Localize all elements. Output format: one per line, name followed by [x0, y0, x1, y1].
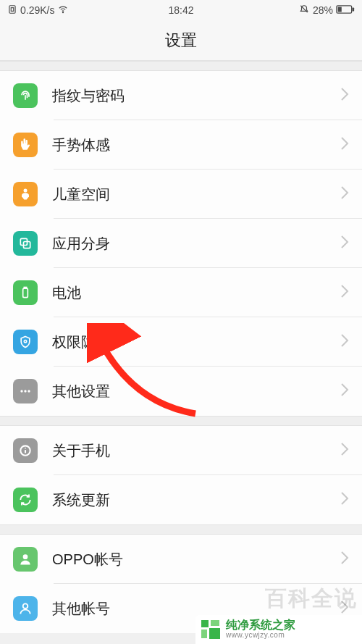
row-label: 指纹与密码	[52, 86, 340, 106]
row-label: 电池	[52, 283, 340, 303]
fingerprint-icon	[13, 83, 38, 108]
svg-point-19	[23, 554, 28, 559]
chevron-right-icon	[340, 235, 349, 252]
svg-point-12	[24, 340, 26, 343]
svg-rect-24	[209, 628, 220, 639]
row-label: 系统更新	[52, 490, 340, 510]
row-label: 应用分身	[52, 234, 340, 254]
more-icon	[13, 379, 38, 403]
row-gesture[interactable]: 手势体感	[0, 120, 362, 170]
chevron-right-icon	[340, 185, 349, 203]
section-gap	[0, 61, 362, 71]
row-label: 手势体感	[52, 135, 340, 155]
accounts-icon	[13, 596, 38, 621]
battery-row-icon	[13, 280, 38, 305]
svg-rect-21	[201, 620, 209, 627]
watermark-logo-icon	[200, 619, 222, 640]
settings-group-1: 指纹与密码 手势体感 儿童空间 应用分身 电池	[0, 71, 362, 416]
chevron-right-icon	[340, 333, 349, 351]
row-system-update[interactable]: 系统更新	[0, 475, 362, 524]
page-title-label: 设置	[165, 30, 197, 51]
chevron-right-icon	[340, 551, 349, 568]
chevron-right-icon	[340, 136, 349, 154]
svg-rect-0	[9, 5, 15, 13]
shield-icon	[13, 330, 38, 354]
child-icon	[13, 182, 38, 206]
row-battery[interactable]: 电池	[0, 268, 362, 317]
row-about-phone[interactable]: 关于手机	[0, 426, 362, 475]
row-label: OPPO帐号	[52, 550, 340, 569]
svg-rect-1	[11, 7, 14, 11]
svg-rect-6	[353, 7, 355, 11]
update-icon	[13, 488, 38, 512]
hand-icon	[13, 133, 38, 157]
status-right: 28%	[298, 4, 355, 17]
wifi-icon	[57, 4, 69, 17]
watermark-url: www.ycwjzy.com	[226, 632, 295, 640]
account-icon	[13, 547, 38, 572]
row-other-settings[interactable]: 其他设置	[0, 367, 362, 416]
watermark-text: 百科全说	[265, 584, 358, 614]
battery-percent: 28%	[313, 4, 333, 16]
info-icon	[13, 438, 38, 463]
svg-rect-22	[211, 620, 219, 626]
row-label: 儿童空间	[52, 185, 340, 204]
section-gap	[0, 524, 362, 535]
chevron-right-icon	[340, 284, 349, 301]
mute-icon	[298, 4, 310, 17]
watermark-text-block: 纯净系统之家 www.ycwjzy.com	[226, 619, 295, 639]
clone-icon	[13, 231, 38, 256]
row-app-clone[interactable]: 应用分身	[0, 219, 362, 268]
row-label: 关于手机	[52, 441, 340, 461]
svg-rect-5	[338, 7, 342, 12]
svg-rect-10	[23, 288, 28, 298]
status-bar: 0.29K/s 18:42 28%	[0, 0, 362, 20]
svg-point-13	[20, 390, 22, 392]
row-label: 权限隐私	[52, 333, 340, 352]
page-title: 设置	[0, 20, 362, 61]
svg-point-7	[24, 189, 28, 193]
sim-icon	[7, 4, 17, 17]
svg-point-14	[24, 390, 26, 392]
settings-group-2: 关于手机 系统更新	[0, 426, 362, 524]
svg-point-20	[23, 603, 28, 609]
watermark-bar: 纯净系统之家 www.ycwjzy.com	[195, 615, 362, 644]
svg-rect-23	[201, 630, 207, 638]
chevron-right-icon	[340, 382, 349, 400]
chevron-right-icon	[340, 442, 349, 459]
chevron-right-icon	[340, 87, 349, 104]
section-gap	[0, 416, 362, 426]
row-kids-space[interactable]: 儿童空间	[0, 170, 362, 219]
svg-point-15	[28, 390, 30, 392]
network-speed: 0.29K/s	[20, 4, 54, 16]
watermark-brand: 纯净系统之家	[226, 619, 295, 632]
row-label: 其他设置	[52, 382, 340, 401]
row-privacy[interactable]: 权限隐私	[0, 317, 362, 367]
row-fingerprint-password[interactable]: 指纹与密码	[0, 71, 362, 120]
svg-rect-11	[24, 288, 26, 289]
chevron-right-icon	[340, 491, 349, 509]
battery-icon	[336, 4, 355, 17]
svg-point-18	[25, 448, 26, 449]
svg-point-2	[63, 12, 64, 12]
status-left: 0.29K/s	[7, 4, 69, 17]
row-oppo-account[interactable]: OPPO帐号	[0, 535, 362, 584]
